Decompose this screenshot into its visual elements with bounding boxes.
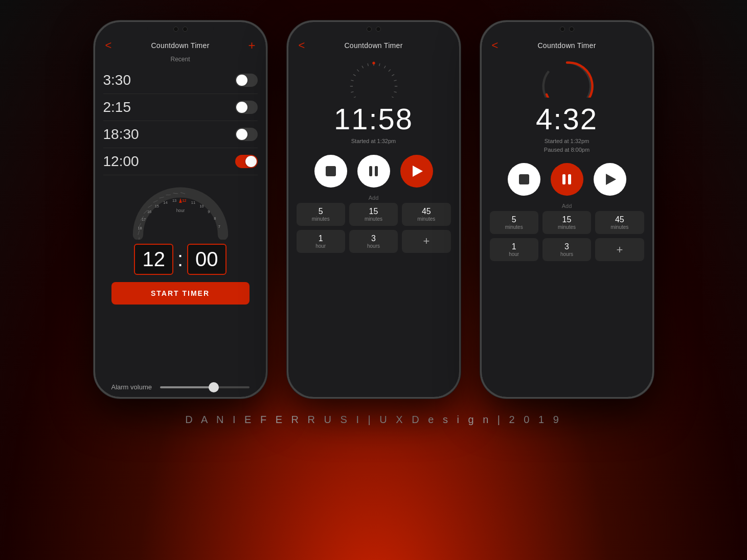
svg-line-36: [384, 66, 386, 68]
add-button-1[interactable]: +: [248, 38, 255, 53]
add-3hr-unit-2: hours: [367, 243, 380, 249]
play-icon-3: [606, 174, 616, 185]
add-15min-3[interactable]: 15 minutes: [542, 211, 591, 234]
add-5min-num-2: 5: [319, 207, 323, 216]
header-3: < Countdown Timer: [482, 37, 652, 54]
add-1hr-3[interactable]: 1 hour: [490, 238, 538, 261]
add-1hr-num-3: 1: [512, 242, 516, 251]
pause-icon-2: [369, 166, 378, 176]
add-45min-num-3: 45: [615, 215, 624, 224]
add-label-2: Add: [369, 195, 379, 201]
header-1: < Countdown Timer +: [95, 37, 266, 54]
timer-row-1: 2:15: [103, 94, 258, 121]
screen-3: < Countdown Timer 4:32 Started at 1:32pm…: [482, 22, 652, 397]
add-5min-3[interactable]: 5 minutes: [490, 211, 538, 234]
add-45min-num-2: 45: [422, 207, 431, 216]
add-grid-2: 5 minutes 15 minutes 45 minutes 1 hour: [297, 203, 451, 253]
stop-icon-3: [519, 174, 529, 184]
add-15min-2[interactable]: 15 minutes: [349, 203, 398, 226]
pause-button-2[interactable]: [357, 155, 390, 188]
back-button-2[interactable]: <: [299, 39, 305, 52]
add-15min-unit-2: minutes: [365, 216, 382, 222]
timer-row-3: 12:00: [103, 148, 258, 175]
pause-button-3[interactable]: [551, 163, 583, 196]
svg-line-54: [353, 75, 355, 76]
dial-container[interactable]: 18 17 16 15 14 13 12 11 10 9 8 7: [103, 178, 258, 240]
add-3hr-3[interactable]: 3 hours: [542, 238, 591, 261]
svg-text:15: 15: [154, 204, 159, 208]
pause-icon-3: [562, 174, 571, 184]
screen-content-2: 11:58 Started at 1:32pm: [288, 54, 459, 397]
controls-3: [508, 163, 626, 196]
add-5min-unit-2: minutes: [312, 216, 330, 222]
alarm-label: Alarm volume: [111, 383, 152, 391]
controls-2: [314, 155, 433, 188]
timer-row-2: 18:30: [103, 121, 258, 148]
add-1hr-unit-2: hour: [315, 243, 326, 249]
header-title-1: Countdown Timer: [151, 41, 209, 50]
svg-text:14: 14: [163, 200, 167, 205]
stop-button-2[interactable]: [314, 155, 347, 188]
svg-text:9: 9: [208, 209, 210, 214]
screen-2: < Countdown Timer: [288, 22, 459, 397]
add-5min-2[interactable]: 5 minutes: [297, 203, 345, 226]
stop-button-3[interactable]: [508, 163, 540, 196]
add-1hr-2[interactable]: 1 hour: [297, 230, 345, 253]
svg-text:16: 16: [147, 209, 151, 214]
add-15min-unit-3: minutes: [558, 224, 576, 230]
add-45min-2[interactable]: 45 minutes: [402, 203, 450, 226]
toggle-knob-1: [236, 102, 247, 113]
svg-line-57: [368, 63, 368, 66]
add-custom-icon-2: +: [423, 235, 429, 248]
toggle-3[interactable]: [235, 155, 258, 168]
svg-text:hour: hour: [176, 208, 185, 213]
svg-line-56: [361, 66, 363, 68]
svg-line-38: [392, 75, 394, 76]
phones-container: < Countdown Timer + Recent 3:30 2:15: [94, 20, 654, 399]
pause-bar-r-2: [375, 166, 378, 176]
camera-dot: [173, 27, 178, 32]
add-3hr-num-3: 3: [564, 242, 569, 251]
minutes-display[interactable]: 00: [187, 244, 227, 275]
play-button-2[interactable]: [400, 155, 433, 188]
svg-text:18: 18: [138, 226, 142, 230]
back-button-1[interactable]: <: [105, 39, 112, 52]
svg-text:11: 11: [191, 200, 195, 205]
add-custom-icon-3: +: [616, 243, 623, 256]
toggle-1[interactable]: [235, 101, 258, 114]
pause-bar-l-3: [562, 174, 565, 184]
footer-text: D A N I E F E R R U S I | U X D e s i g …: [185, 414, 562, 426]
add-3hr-2[interactable]: 3 hours: [349, 230, 398, 253]
pause-bar-l-2: [369, 166, 372, 176]
add-label-3: Add: [562, 203, 572, 209]
add-45min-unit-3: minutes: [610, 224, 628, 230]
add-1hr-unit-3: hour: [509, 251, 519, 257]
sensor-dot: [183, 27, 188, 32]
back-button-3[interactable]: <: [492, 39, 499, 52]
svg-line-37: [388, 69, 390, 72]
stop-icon-2: [326, 166, 336, 176]
phone-2: < Countdown Timer: [287, 20, 461, 399]
notch-2: [341, 22, 407, 36]
volume-slider[interactable]: [160, 386, 250, 388]
add-45min-3[interactable]: 45 minutes: [595, 211, 644, 234]
hours-display[interactable]: 12: [134, 244, 173, 275]
play-button-3[interactable]: [594, 163, 626, 196]
add-custom-2[interactable]: +: [402, 230, 450, 253]
add-custom-3[interactable]: +: [595, 238, 644, 261]
toggle-0[interactable]: [235, 74, 258, 87]
timer-time-3: 12:00: [103, 153, 139, 170]
recent-label: Recent: [103, 56, 258, 63]
arc-svg-2: [341, 57, 407, 98]
sensor-dot-3: [569, 27, 574, 32]
toggle-2[interactable]: [235, 128, 258, 141]
volume-knob[interactable]: [209, 382, 219, 392]
started-at-3: Started at 1:32pm Paused at 8:00pm: [544, 137, 590, 154]
toggle-knob-0: [236, 75, 247, 86]
started-at-2: Started at 1:32pm: [351, 137, 396, 146]
svg-line-50: [353, 97, 355, 98]
svg-text:17: 17: [141, 217, 145, 222]
arc-svg-3: [534, 57, 600, 98]
start-timer-button[interactable]: START TIMER: [111, 282, 250, 305]
svg-line-53: [351, 80, 353, 81]
